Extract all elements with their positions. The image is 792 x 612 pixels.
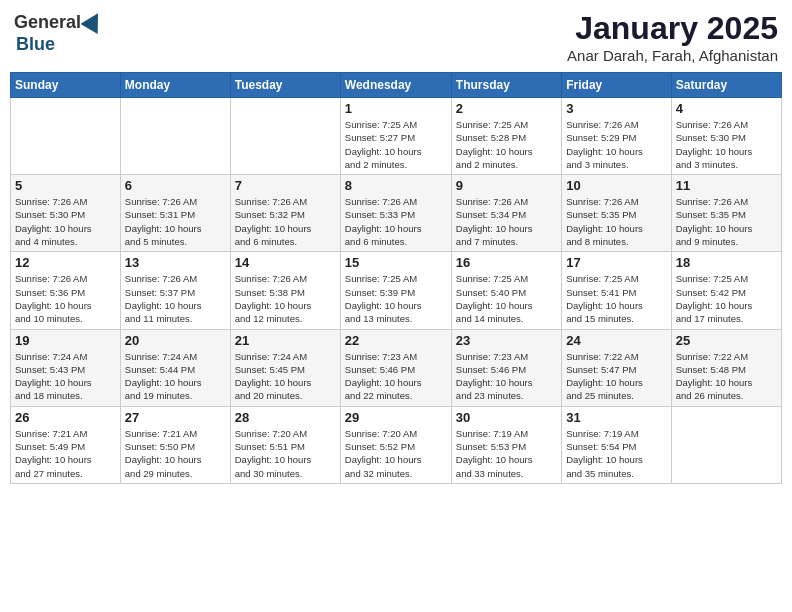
calendar-header-row: SundayMondayTuesdayWednesdayThursdayFrid…: [11, 73, 782, 98]
day-info: Sunrise: 7:21 AM Sunset: 5:50 PM Dayligh…: [125, 427, 226, 480]
weekday-header-friday: Friday: [562, 73, 671, 98]
calendar-cell: 4Sunrise: 7:26 AM Sunset: 5:30 PM Daylig…: [671, 98, 781, 175]
calendar-week-row: 1Sunrise: 7:25 AM Sunset: 5:27 PM Daylig…: [11, 98, 782, 175]
calendar-cell: 11Sunrise: 7:26 AM Sunset: 5:35 PM Dayli…: [671, 175, 781, 252]
calendar-cell: 26Sunrise: 7:21 AM Sunset: 5:49 PM Dayli…: [11, 406, 121, 483]
calendar-cell: 9Sunrise: 7:26 AM Sunset: 5:34 PM Daylig…: [451, 175, 561, 252]
calendar-cell: 20Sunrise: 7:24 AM Sunset: 5:44 PM Dayli…: [120, 329, 230, 406]
calendar-cell: 6Sunrise: 7:26 AM Sunset: 5:31 PM Daylig…: [120, 175, 230, 252]
calendar-cell: 12Sunrise: 7:26 AM Sunset: 5:36 PM Dayli…: [11, 252, 121, 329]
calendar-cell: 13Sunrise: 7:26 AM Sunset: 5:37 PM Dayli…: [120, 252, 230, 329]
calendar-cell: 28Sunrise: 7:20 AM Sunset: 5:51 PM Dayli…: [230, 406, 340, 483]
calendar-cell: 5Sunrise: 7:26 AM Sunset: 5:30 PM Daylig…: [11, 175, 121, 252]
day-number: 23: [456, 333, 557, 348]
calendar-cell: [11, 98, 121, 175]
day-info: Sunrise: 7:20 AM Sunset: 5:51 PM Dayligh…: [235, 427, 336, 480]
day-info: Sunrise: 7:26 AM Sunset: 5:30 PM Dayligh…: [676, 118, 777, 171]
day-number: 22: [345, 333, 447, 348]
day-info: Sunrise: 7:26 AM Sunset: 5:35 PM Dayligh…: [676, 195, 777, 248]
day-info: Sunrise: 7:24 AM Sunset: 5:45 PM Dayligh…: [235, 350, 336, 403]
weekday-header-wednesday: Wednesday: [340, 73, 451, 98]
calendar-cell: 1Sunrise: 7:25 AM Sunset: 5:27 PM Daylig…: [340, 98, 451, 175]
calendar-cell: 14Sunrise: 7:26 AM Sunset: 5:38 PM Dayli…: [230, 252, 340, 329]
day-info: Sunrise: 7:26 AM Sunset: 5:32 PM Dayligh…: [235, 195, 336, 248]
day-info: Sunrise: 7:23 AM Sunset: 5:46 PM Dayligh…: [456, 350, 557, 403]
calendar-cell: 8Sunrise: 7:26 AM Sunset: 5:33 PM Daylig…: [340, 175, 451, 252]
day-number: 6: [125, 178, 226, 193]
calendar-cell: 23Sunrise: 7:23 AM Sunset: 5:46 PM Dayli…: [451, 329, 561, 406]
calendar-week-row: 5Sunrise: 7:26 AM Sunset: 5:30 PM Daylig…: [11, 175, 782, 252]
day-info: Sunrise: 7:19 AM Sunset: 5:53 PM Dayligh…: [456, 427, 557, 480]
day-number: 8: [345, 178, 447, 193]
day-info: Sunrise: 7:26 AM Sunset: 5:38 PM Dayligh…: [235, 272, 336, 325]
logo-arrow-icon: [81, 10, 105, 34]
logo: General Blue: [14, 10, 105, 55]
day-number: 12: [15, 255, 116, 270]
day-number: 2: [456, 101, 557, 116]
day-number: 26: [15, 410, 116, 425]
day-info: Sunrise: 7:26 AM Sunset: 5:31 PM Dayligh…: [125, 195, 226, 248]
day-number: 17: [566, 255, 666, 270]
calendar-table: SundayMondayTuesdayWednesdayThursdayFrid…: [10, 72, 782, 484]
day-number: 31: [566, 410, 666, 425]
page-title: January 2025: [567, 10, 778, 47]
day-info: Sunrise: 7:26 AM Sunset: 5:37 PM Dayligh…: [125, 272, 226, 325]
page-subtitle: Anar Darah, Farah, Afghanistan: [567, 47, 778, 64]
day-info: Sunrise: 7:26 AM Sunset: 5:29 PM Dayligh…: [566, 118, 666, 171]
calendar-cell: 18Sunrise: 7:25 AM Sunset: 5:42 PM Dayli…: [671, 252, 781, 329]
day-info: Sunrise: 7:26 AM Sunset: 5:36 PM Dayligh…: [15, 272, 116, 325]
day-number: 9: [456, 178, 557, 193]
day-number: 27: [125, 410, 226, 425]
day-info: Sunrise: 7:25 AM Sunset: 5:41 PM Dayligh…: [566, 272, 666, 325]
calendar-cell: 2Sunrise: 7:25 AM Sunset: 5:28 PM Daylig…: [451, 98, 561, 175]
day-number: 15: [345, 255, 447, 270]
calendar-week-row: 12Sunrise: 7:26 AM Sunset: 5:36 PM Dayli…: [11, 252, 782, 329]
day-number: 30: [456, 410, 557, 425]
page-header: General Blue January 2025 Anar Darah, Fa…: [10, 10, 782, 64]
calendar-cell: 24Sunrise: 7:22 AM Sunset: 5:47 PM Dayli…: [562, 329, 671, 406]
calendar-cell: 15Sunrise: 7:25 AM Sunset: 5:39 PM Dayli…: [340, 252, 451, 329]
day-number: 20: [125, 333, 226, 348]
day-info: Sunrise: 7:25 AM Sunset: 5:42 PM Dayligh…: [676, 272, 777, 325]
day-info: Sunrise: 7:23 AM Sunset: 5:46 PM Dayligh…: [345, 350, 447, 403]
calendar-cell: [230, 98, 340, 175]
day-info: Sunrise: 7:19 AM Sunset: 5:54 PM Dayligh…: [566, 427, 666, 480]
calendar-cell: 3Sunrise: 7:26 AM Sunset: 5:29 PM Daylig…: [562, 98, 671, 175]
day-number: 5: [15, 178, 116, 193]
logo-blue-text: Blue: [16, 34, 55, 55]
day-info: Sunrise: 7:24 AM Sunset: 5:44 PM Dayligh…: [125, 350, 226, 403]
day-number: 7: [235, 178, 336, 193]
calendar-cell: 25Sunrise: 7:22 AM Sunset: 5:48 PM Dayli…: [671, 329, 781, 406]
day-number: 16: [456, 255, 557, 270]
day-number: 14: [235, 255, 336, 270]
day-number: 4: [676, 101, 777, 116]
day-info: Sunrise: 7:22 AM Sunset: 5:47 PM Dayligh…: [566, 350, 666, 403]
weekday-header-sunday: Sunday: [11, 73, 121, 98]
calendar-cell: 29Sunrise: 7:20 AM Sunset: 5:52 PM Dayli…: [340, 406, 451, 483]
day-info: Sunrise: 7:21 AM Sunset: 5:49 PM Dayligh…: [15, 427, 116, 480]
weekday-header-saturday: Saturday: [671, 73, 781, 98]
logo-general-text: General: [14, 12, 81, 33]
day-info: Sunrise: 7:26 AM Sunset: 5:35 PM Dayligh…: [566, 195, 666, 248]
day-info: Sunrise: 7:26 AM Sunset: 5:33 PM Dayligh…: [345, 195, 447, 248]
day-number: 29: [345, 410, 447, 425]
day-info: Sunrise: 7:26 AM Sunset: 5:30 PM Dayligh…: [15, 195, 116, 248]
day-number: 28: [235, 410, 336, 425]
calendar-cell: 21Sunrise: 7:24 AM Sunset: 5:45 PM Dayli…: [230, 329, 340, 406]
day-number: 11: [676, 178, 777, 193]
calendar-cell: 16Sunrise: 7:25 AM Sunset: 5:40 PM Dayli…: [451, 252, 561, 329]
day-number: 19: [15, 333, 116, 348]
day-number: 21: [235, 333, 336, 348]
day-info: Sunrise: 7:25 AM Sunset: 5:27 PM Dayligh…: [345, 118, 447, 171]
calendar-cell: [120, 98, 230, 175]
calendar-week-row: 26Sunrise: 7:21 AM Sunset: 5:49 PM Dayli…: [11, 406, 782, 483]
calendar-cell: 19Sunrise: 7:24 AM Sunset: 5:43 PM Dayli…: [11, 329, 121, 406]
day-info: Sunrise: 7:25 AM Sunset: 5:40 PM Dayligh…: [456, 272, 557, 325]
calendar-week-row: 19Sunrise: 7:24 AM Sunset: 5:43 PM Dayli…: [11, 329, 782, 406]
day-info: Sunrise: 7:20 AM Sunset: 5:52 PM Dayligh…: [345, 427, 447, 480]
calendar-cell: 17Sunrise: 7:25 AM Sunset: 5:41 PM Dayli…: [562, 252, 671, 329]
day-number: 3: [566, 101, 666, 116]
weekday-header-monday: Monday: [120, 73, 230, 98]
day-number: 18: [676, 255, 777, 270]
calendar-cell: 30Sunrise: 7:19 AM Sunset: 5:53 PM Dayli…: [451, 406, 561, 483]
